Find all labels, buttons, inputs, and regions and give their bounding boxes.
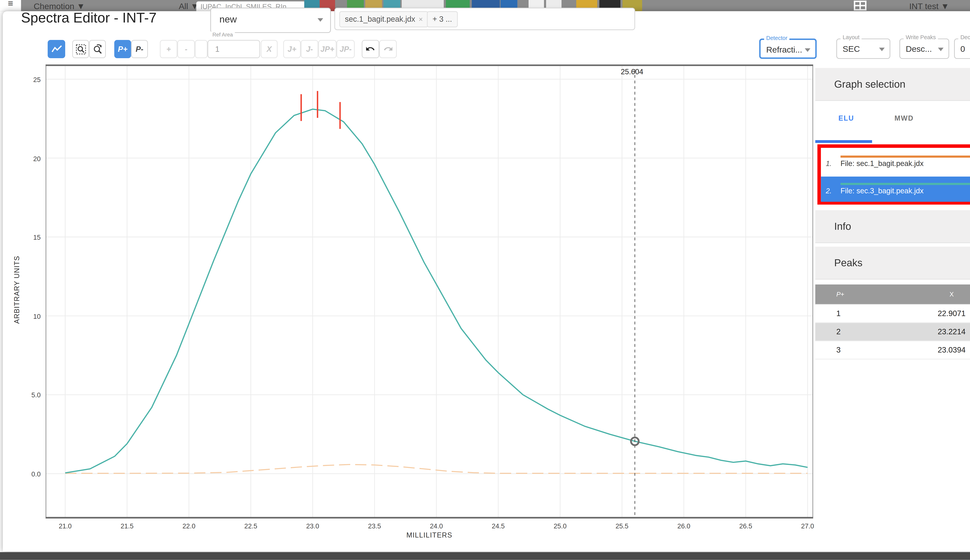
chevron-down-icon: [879, 48, 885, 51]
x-tick-label: 24.5: [492, 522, 505, 530]
x-tick-label: 21.5: [121, 522, 134, 530]
dataset-select[interactable]: new: [210, 8, 331, 33]
info-title: Info: [834, 221, 851, 232]
integration-add-button[interactable]: +: [160, 40, 177, 58]
ref-area-input[interactable]: 1: [207, 40, 260, 58]
file-label: File: sec.1_bagit.peak.jdx: [841, 159, 923, 167]
spectra-chart[interactable]: 25.604: [45, 64, 813, 518]
decimal-select[interactable]: Decimal 0: [954, 38, 970, 59]
detector-select[interactable]: Detector Refracti...: [759, 38, 816, 59]
x-tick-label: 25.0: [554, 522, 567, 530]
x-tick-label: 22.0: [182, 522, 195, 530]
integration-blank-button[interactable]: [195, 40, 207, 58]
layout-value: SEC: [843, 44, 860, 54]
graph-file-item[interactable]: 2. File: sec.3_bagit.peak.jdx: [821, 177, 970, 202]
redo-icon: [383, 44, 393, 53]
spectra-editor-screen: ≡ Chemotion ▼ All ▼ IUPAC, InChI, SMILES…: [0, 0, 970, 560]
peaks-table-header: P+ X Y -: [815, 285, 970, 305]
y-tick-label: 5.0: [20, 391, 40, 399]
peak-x-value: 22.9071: [815, 309, 970, 317]
x-tick-label: 24.0: [430, 522, 443, 530]
x-tick-label: 26.5: [739, 522, 752, 530]
grid-icon[interactable]: [854, 1, 866, 11]
y-tick-label: 25: [20, 76, 40, 83]
decimal-label: Decimal: [958, 34, 970, 41]
peak-add-button[interactable]: P+: [114, 40, 131, 58]
write-peaks-value: Desc...: [906, 44, 932, 54]
x-tick-label: 26.0: [678, 522, 690, 530]
cursor-position-label: 25.604: [621, 68, 643, 76]
file-label: File: sec.3_bagit.peak.jdx: [841, 186, 923, 195]
jp-remove-button[interactable]: JP-: [336, 40, 355, 58]
y-tick-label: 10: [20, 312, 40, 320]
ref-clear-button[interactable]: X: [261, 40, 278, 58]
peak-row[interactable]: 3 23.0394 2.31e+1 ×: [815, 341, 970, 360]
tab-mwd[interactable]: MWD: [895, 114, 914, 122]
col-x: X: [815, 291, 970, 298]
active-tab-indicator: [815, 140, 872, 143]
y-tick-label: 20: [20, 155, 40, 162]
brand-label[interactable]: Chemotion ▼: [33, 2, 85, 11]
undo-icon: [365, 44, 376, 53]
y-axis-label: ARBITRARY UNITS: [13, 248, 21, 332]
zoom-select-icon: [75, 44, 86, 54]
file-index: 1.: [826, 160, 832, 168]
file-chip-label: sec.1_bagit.peak.jdx: [345, 14, 415, 23]
undo-button[interactable]: [362, 40, 379, 58]
zoom-reset-icon: [92, 44, 103, 54]
chevron-down-icon: [938, 48, 943, 51]
search-scope-dropdown[interactable]: All ▼: [179, 2, 199, 11]
redo-button[interactable]: [379, 40, 397, 58]
x-tick-label: 25.5: [616, 522, 629, 530]
ref-area-value: 1: [215, 45, 219, 53]
project-dropdown[interactable]: INT test ▼: [909, 2, 949, 11]
layout-select[interactable]: Layout SEC: [836, 38, 890, 59]
graph-file-item[interactable]: 1. File: sec.1_bagit.peak.jdx: [821, 149, 970, 176]
spectrum-line-icon: [51, 44, 62, 54]
x-tick-label: 21.0: [59, 522, 72, 530]
write-peaks-select[interactable]: Write Peaks Desc...: [899, 38, 949, 59]
chip-close-icon[interactable]: ×: [419, 15, 423, 23]
menu-icon[interactable]: ≡: [0, 0, 21, 11]
spectrum-line-button[interactable]: [48, 40, 65, 58]
j-remove-button[interactable]: J-: [301, 40, 318, 58]
graph-selection-header[interactable]: Graph selection ˄: [815, 68, 970, 101]
page-title: Spectra Editor - INT-7: [21, 10, 157, 26]
zoom-select-button[interactable]: [72, 40, 89, 58]
file-index: 2.: [826, 187, 832, 195]
x-tick-label: 27.0: [801, 522, 814, 530]
dataset-select-value: new: [219, 14, 237, 25]
jp-add-button[interactable]: JP+: [318, 40, 337, 58]
chevron-down-icon: [317, 18, 323, 22]
decimal-value: 0: [960, 44, 965, 54]
more-files-chip[interactable]: + 3 ...: [427, 11, 457, 27]
peak-row[interactable]: 2 23.2214 2.24e+1 ×: [815, 323, 970, 341]
peak-x-value: 23.0394: [815, 345, 970, 354]
layout-label: Layout: [841, 34, 862, 41]
peaks-header[interactable]: Peaks ˄: [815, 247, 970, 280]
file-chip[interactable]: sec.1_bagit.peak.jdx×: [339, 11, 428, 27]
detector-value: Refracti...: [766, 45, 802, 55]
ref-area-label: Ref Area: [210, 32, 235, 38]
integration-remove-button[interactable]: -: [177, 40, 195, 58]
tab-elu[interactable]: ELU: [838, 114, 854, 122]
peak-remove-button[interactable]: P-: [131, 40, 148, 58]
peak-row[interactable]: 1 22.9071 2.29e+1 ×: [815, 305, 970, 323]
y-tick-label: 0.0: [20, 470, 40, 478]
x-tick-label: 22.5: [244, 522, 257, 530]
info-header[interactable]: Info ˅: [815, 210, 970, 243]
graph-selection-title: Graph selection: [834, 78, 905, 90]
file-chip-container[interactable]: sec.1_bagit.peak.jdx× + 3 ...: [334, 8, 635, 30]
series-color-line: [841, 155, 970, 158]
series-color-line: [841, 183, 970, 185]
peak-x-value: 23.2214: [815, 327, 970, 336]
x-tick-label: 23.0: [306, 522, 319, 530]
zoom-reset-button[interactable]: [89, 40, 106, 58]
j-add-button[interactable]: J+: [283, 40, 301, 58]
chevron-down-icon: [805, 48, 810, 52]
x-tick-label: 23.5: [368, 522, 381, 530]
peaks-title: Peaks: [834, 257, 863, 268]
y-tick-label: 15: [20, 233, 40, 241]
detector-label: Detector: [764, 35, 790, 42]
x-axis-label: MILLILITERS: [0, 531, 859, 539]
